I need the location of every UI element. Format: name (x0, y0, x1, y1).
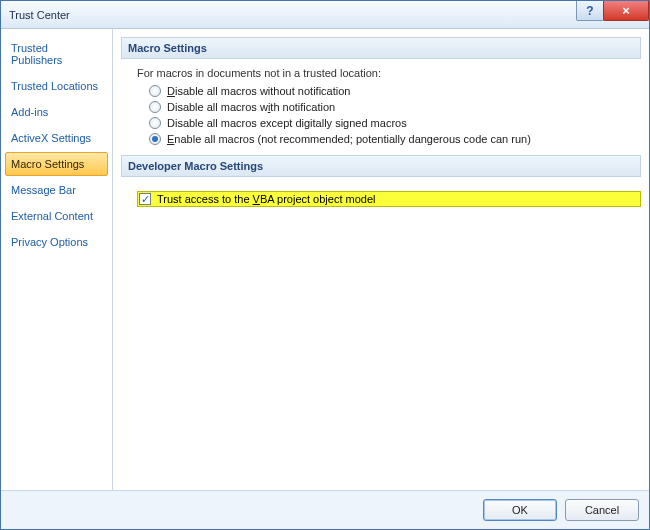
trust-center-dialog: Trust Center ? × Trusted Publishers Trus… (0, 0, 650, 530)
radio-icon (149, 85, 161, 97)
radio-icon (149, 117, 161, 129)
sidebar-item-label: Trusted Publishers (11, 42, 62, 66)
radio-icon (149, 133, 161, 145)
radio-enable-all-macros[interactable]: Enable all macros (not recommended; pote… (149, 133, 641, 145)
sidebar-item-message-bar[interactable]: Message Bar (5, 178, 108, 202)
radio-label: Enable all macros (not recommended; pote… (167, 133, 531, 145)
sidebar-item-label: External Content (11, 210, 93, 222)
sidebar-item-trusted-publishers[interactable]: Trusted Publishers (5, 36, 108, 72)
radio-disable-with-notification[interactable]: Disable all macros with notification (149, 101, 641, 113)
radio-disable-no-notification[interactable]: Disable all macros without notification (149, 85, 641, 97)
close-icon: × (622, 3, 630, 18)
sidebar-item-label: ActiveX Settings (11, 132, 91, 144)
sidebar-item-label: Message Bar (11, 184, 76, 196)
ok-button[interactable]: OK (483, 499, 557, 521)
radio-disable-except-signed[interactable]: Disable all macros except digitally sign… (149, 117, 641, 129)
sidebar-item-external-content[interactable]: External Content (5, 204, 108, 228)
help-button[interactable]: ? (576, 1, 604, 21)
radio-icon (149, 101, 161, 113)
sidebar-item-label: Privacy Options (11, 236, 88, 248)
dialog-footer: OK Cancel (1, 490, 649, 529)
checkbox-label: Trust access to the VBA project object m… (157, 193, 376, 205)
section-heading-macro-settings: Macro Settings (121, 37, 641, 59)
window-title: Trust Center (1, 9, 70, 21)
sidebar-item-macro-settings[interactable]: Macro Settings (5, 152, 108, 176)
cancel-button[interactable]: Cancel (565, 499, 639, 521)
sidebar-item-privacy-options[interactable]: Privacy Options (5, 230, 108, 254)
titlebar: Trust Center ? × (1, 1, 649, 29)
sidebar-item-label: Trusted Locations (11, 80, 98, 92)
button-label: Cancel (585, 504, 619, 516)
main-panel: Macro Settings For macros in documents n… (113, 29, 649, 490)
button-label: OK (512, 504, 528, 516)
window-buttons: ? × (577, 1, 649, 21)
sidebar-item-trusted-locations[interactable]: Trusted Locations (5, 74, 108, 98)
radio-label: Disable all macros without notification (167, 85, 350, 97)
sidebar: Trusted Publishers Trusted Locations Add… (1, 29, 113, 490)
content-area: Trusted Publishers Trusted Locations Add… (1, 29, 649, 490)
close-button[interactable]: × (603, 1, 649, 21)
sidebar-item-activex-settings[interactable]: ActiveX Settings (5, 126, 108, 150)
sidebar-item-add-ins[interactable]: Add-ins (5, 100, 108, 124)
radio-label: Disable all macros with notification (167, 101, 335, 113)
radio-label: Disable all macros except digitally sign… (167, 117, 407, 129)
intro-text: For macros in documents not in a trusted… (137, 67, 641, 79)
sidebar-item-label: Macro Settings (11, 158, 84, 170)
sidebar-item-label: Add-ins (11, 106, 48, 118)
checkbox-trust-vba-access[interactable]: Trust access to the VBA project object m… (137, 191, 641, 207)
checkbox-icon (139, 193, 151, 205)
help-icon: ? (586, 4, 593, 18)
section-heading-developer-macro-settings: Developer Macro Settings (121, 155, 641, 177)
